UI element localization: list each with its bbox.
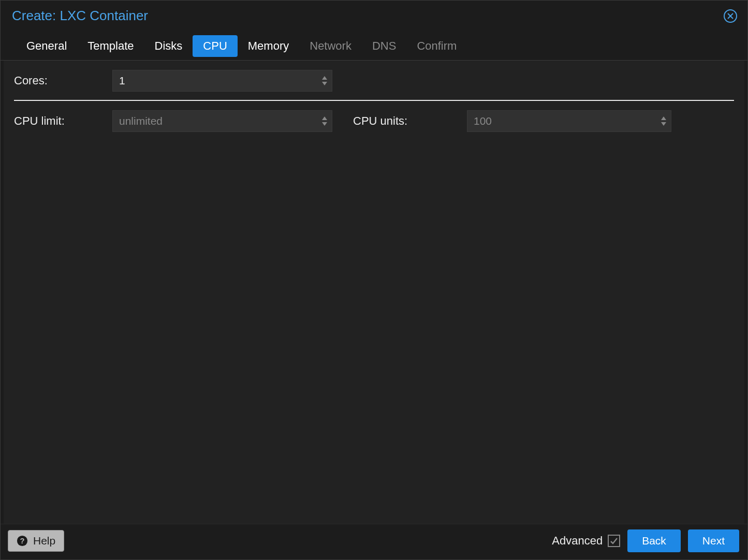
advanced-label: Advanced xyxy=(552,534,603,548)
tab-template[interactable]: Template xyxy=(77,35,144,60)
label-cpu-limit: CPU limit: xyxy=(14,114,112,128)
create-lxc-dialog: Create: LXC Container General Template D… xyxy=(0,0,748,560)
value-cpu-units: 100 xyxy=(474,115,492,127)
help-icon: ? xyxy=(17,535,28,547)
group-cores: Cores: 1 xyxy=(14,70,332,92)
back-button[interactable]: Back xyxy=(627,529,681,552)
group-cpu-units: CPU units: 100 xyxy=(353,110,671,132)
value-cores: 1 xyxy=(119,75,125,87)
value-cpu-limit: unlimited xyxy=(119,115,163,127)
group-cpu-limit: CPU limit: unlimited xyxy=(14,110,332,132)
help-button[interactable]: ? Help xyxy=(8,530,64,552)
stepper-icon xyxy=(321,76,328,85)
check-icon xyxy=(610,537,618,545)
svg-text:?: ? xyxy=(20,537,25,545)
divider xyxy=(14,100,734,101)
close-button[interactable] xyxy=(724,9,737,23)
stepper-icon xyxy=(661,116,667,126)
input-cores[interactable]: 1 xyxy=(112,70,332,92)
tab-cpu[interactable]: CPU xyxy=(193,35,237,57)
tab-memory[interactable]: Memory xyxy=(238,35,299,60)
tab-disks[interactable]: Disks xyxy=(144,35,193,60)
title-bar: Create: LXC Container xyxy=(1,1,747,29)
help-label: Help xyxy=(33,535,55,547)
cpu-panel: Cores: 1 CPU limit: unlimited xyxy=(4,61,744,524)
input-cpu-limit[interactable]: unlimited xyxy=(112,110,332,132)
tab-network: Network xyxy=(299,35,362,60)
tab-general[interactable]: General xyxy=(16,35,77,60)
tab-dns: DNS xyxy=(362,35,406,60)
dialog-title: Create: LXC Container xyxy=(12,8,148,24)
input-cpu-units[interactable]: 100 xyxy=(467,110,671,132)
label-cpu-units: CPU units: xyxy=(353,114,467,128)
row-cores: Cores: 1 xyxy=(14,70,734,92)
advanced-checkbox[interactable] xyxy=(608,535,620,547)
tab-confirm: Confirm xyxy=(406,35,467,60)
label-cores: Cores: xyxy=(14,74,112,87)
advanced-toggle: Advanced xyxy=(552,534,620,548)
close-icon xyxy=(727,12,734,20)
stepper-icon xyxy=(321,116,328,126)
wizard-tabs: General Template Disks CPU Memory Networ… xyxy=(1,29,747,61)
row-advanced-cpu: CPU limit: unlimited CPU units: 100 xyxy=(14,110,734,132)
dialog-footer: ? Help Advanced Back Next xyxy=(1,524,747,559)
next-button[interactable]: Next xyxy=(688,529,739,552)
